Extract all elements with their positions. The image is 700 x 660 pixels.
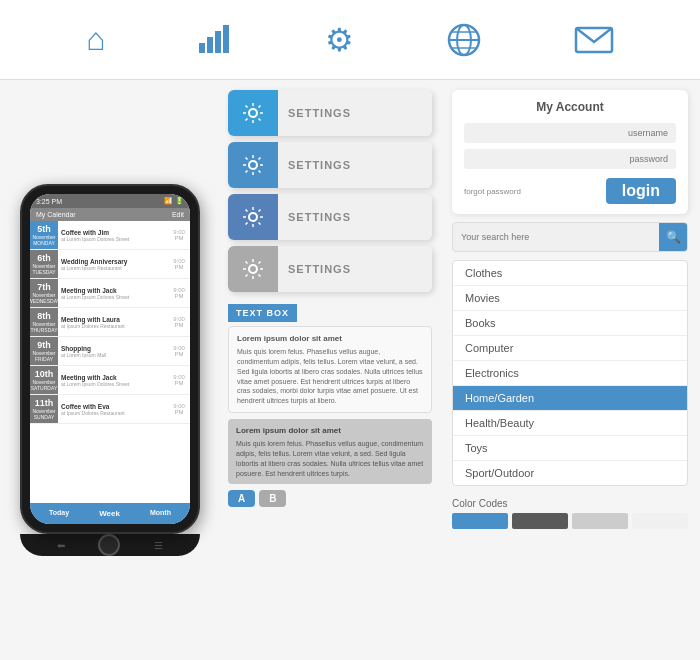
svg-rect-0 <box>199 43 205 53</box>
color-swatch <box>512 513 568 529</box>
cal-date: 9th November FRIDAY <box>30 337 58 365</box>
cal-date: 8th November THURSDAY <box>30 308 58 336</box>
textbox-1: Lorem ipsum dolor sit amet Muis quis lor… <box>228 326 432 413</box>
cal-date: 6th November TUESDAY <box>30 250 58 278</box>
phone-calendar-header: My Calendar Edit <box>30 208 190 221</box>
cal-time: 9:00 PM <box>168 279 190 307</box>
color-codes: Color Codes <box>452 498 688 529</box>
top-bar: ⌂ ⚙ <box>0 0 700 80</box>
cal-event[interactable]: Coffee with Jim at Lorem Ipsum Dolores S… <box>58 221 168 249</box>
nav-month[interactable]: Month <box>150 509 171 518</box>
category-item[interactable]: Electronics <box>453 361 687 386</box>
nav-today[interactable]: Today <box>49 509 69 518</box>
color-swatches <box>452 513 688 529</box>
cal-event[interactable]: Shopping at Lorem Ipsum Mall <box>58 337 168 365</box>
category-item[interactable]: Sport/Outdoor <box>453 461 687 485</box>
phone-home-button[interactable] <box>98 534 120 556</box>
cal-event[interactable]: Meeting with Laura at Ipsum Dolores Rest… <box>58 308 168 336</box>
cal-event[interactable]: Meeting with Jack at Lorem Ipsum Dolores… <box>58 366 168 394</box>
color-codes-title: Color Codes <box>452 498 688 509</box>
svg-rect-2 <box>215 31 221 53</box>
tab-b[interactable]: B <box>259 490 286 507</box>
home-icon[interactable]: ⌂ <box>86 21 105 58</box>
tab-a[interactable]: A <box>228 490 255 507</box>
category-list: ClothesMoviesBooksComputerElectronicsHom… <box>452 260 688 486</box>
cal-date: 5th November MONDAY <box>30 221 58 249</box>
category-item[interactable]: Health/Beauty <box>453 411 687 436</box>
textbox-1-body: Muis quis lorem felus. Phasellus vellus … <box>237 347 423 406</box>
phone-home-bar: ⬅ ☰ <box>20 534 200 556</box>
calendar-row: 6th November TUESDAY Wedding Anniversary… <box>30 250 190 279</box>
calendar-row: 7th November WEDNESDAY Meeting with Jack… <box>30 279 190 308</box>
forgot-password-link[interactable]: forgot password <box>464 187 521 196</box>
login-row: forgot password login <box>464 178 676 204</box>
settings-label-2: SETTINGS <box>278 142 432 188</box>
svg-point-13 <box>249 265 257 273</box>
settings-icon-2 <box>228 142 278 188</box>
settings-label-4: SETTINGS <box>278 246 432 292</box>
phone-bottom-nav[interactable]: Today Week Month <box>30 503 190 524</box>
signal-icon[interactable] <box>197 25 233 55</box>
cal-event[interactable]: Wedding Anniversary at Lorem Ipsum Resta… <box>58 250 168 278</box>
globe-icon[interactable] <box>446 22 482 58</box>
textbox-2-body: Muis quis lorem felus. Phasellus vellus … <box>236 439 424 478</box>
cal-date: 7th November WEDNESDAY <box>30 279 58 307</box>
username-field[interactable] <box>464 123 676 143</box>
phone-section: 3:25 PM 📶 🔋 My Calendar Edit 5th Novembe… <box>0 80 220 660</box>
category-item[interactable]: Clothes <box>453 261 687 286</box>
cal-event[interactable]: Meeting with Jack at Lorem Ipsum Dolores… <box>58 279 168 307</box>
cal-time: 9:00 PM <box>168 221 190 249</box>
right-section: My Account forgot password login 🔍 Cloth… <box>440 80 700 660</box>
category-item[interactable]: Home/Garden <box>453 386 687 411</box>
color-swatch <box>632 513 688 529</box>
cal-time: 9:00 PM <box>168 308 190 336</box>
tab-row: A B <box>228 490 432 507</box>
calendar-title: My Calendar <box>36 211 76 218</box>
svg-point-10 <box>249 109 257 117</box>
nav-week[interactable]: Week <box>99 509 120 518</box>
account-box: My Account forgot password login <box>452 90 688 214</box>
middle-section: SETTINGS SETTINGS SETTINGS <box>220 80 440 660</box>
search-box: 🔍 <box>452 222 688 252</box>
textbox-label: TEXT BOX <box>228 304 297 322</box>
textbox-2: Lorem ipsum dolor sit amet Muis quis lor… <box>228 419 432 484</box>
phone-device: 3:25 PM 📶 🔋 My Calendar Edit 5th Novembe… <box>20 184 200 556</box>
color-swatch <box>452 513 508 529</box>
calendar-row: 10th November SATURDAY Meeting with Jack… <box>30 366 190 395</box>
settings-label-3: SETTINGS <box>278 194 432 240</box>
cal-event[interactable]: Coffee with Eva at Ipsum Dolores Restaur… <box>58 395 168 423</box>
color-swatch <box>572 513 628 529</box>
settings-label-1: SETTINGS <box>278 90 432 136</box>
main-content: 3:25 PM 📶 🔋 My Calendar Edit 5th Novembe… <box>0 80 700 660</box>
textbox-2-title: Lorem ipsum dolor sit amet <box>236 425 424 436</box>
settings-button-3[interactable]: SETTINGS <box>228 194 432 240</box>
login-button[interactable]: login <box>606 178 676 204</box>
category-item[interactable]: Books <box>453 311 687 336</box>
category-item[interactable]: Movies <box>453 286 687 311</box>
mail-icon[interactable] <box>574 26 614 54</box>
settings-button-1[interactable]: SETTINGS <box>228 90 432 136</box>
search-input[interactable] <box>453 226 659 248</box>
textbox-1-title: Lorem ipsum dolor sit amet <box>237 333 423 344</box>
password-field[interactable] <box>464 149 676 169</box>
cal-time: 9:00 PM <box>168 366 190 394</box>
svg-rect-1 <box>207 37 213 53</box>
calendar-row: 9th November FRIDAY Shopping at Lorem Ip… <box>30 337 190 366</box>
svg-point-11 <box>249 161 257 169</box>
settings-button-2[interactable]: SETTINGS <box>228 142 432 188</box>
settings-button-4[interactable]: SETTINGS <box>228 246 432 292</box>
search-button[interactable]: 🔍 <box>659 223 687 251</box>
calendar-edit[interactable]: Edit <box>172 211 184 218</box>
settings-gear-icon[interactable]: ⚙ <box>325 21 354 59</box>
settings-icon-3 <box>228 194 278 240</box>
phone-back-icon[interactable]: ⬅ <box>57 540 65 551</box>
phone-menu-icon[interactable]: ☰ <box>154 540 163 551</box>
category-item[interactable]: Toys <box>453 436 687 461</box>
cal-time: 9:00 PM <box>168 250 190 278</box>
phone-status-bar: 3:25 PM 📶 🔋 <box>30 194 190 208</box>
settings-icon-4 <box>228 246 278 292</box>
cal-time: 9:00 PM <box>168 337 190 365</box>
calendar-row: 8th November THURSDAY Meeting with Laura… <box>30 308 190 337</box>
calendar-row: 11th November SUNDAY Coffee with Eva at … <box>30 395 190 424</box>
category-item[interactable]: Computer <box>453 336 687 361</box>
